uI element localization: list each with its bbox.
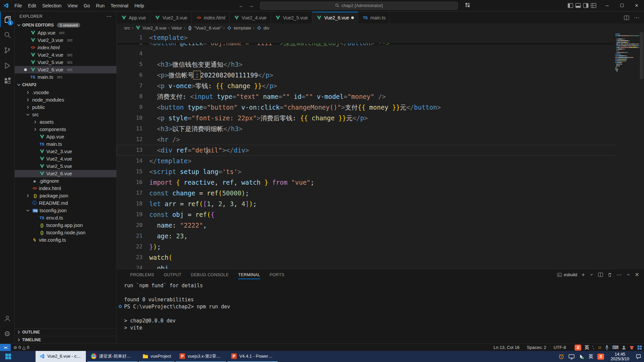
code-line-11[interactable]: 11 <h3>以下是消费明细帐</h3>: [117, 123, 644, 134]
code-line-1[interactable]: 1<template>: [117, 32, 614, 43]
code-line-3[interactable]: 3<button @click="obj.name = '1111'">深度wa…: [117, 43, 644, 48]
tree-item-tsconfig.json[interactable]: TStsconfig.json: [15, 207, 116, 214]
activity-run-debug[interactable]: [0, 58, 15, 73]
menu-help[interactable]: Help: [131, 0, 147, 11]
tab-main.ts[interactable]: TSmain.ts: [358, 12, 390, 23]
code-line-18[interactable]: 18let arr = ref([1, 2, 3, 4]);: [117, 198, 644, 209]
remote-indicator[interactable]: ><: [0, 344, 11, 351]
customize-layout-icon[interactable]: [591, 3, 596, 8]
command-decoration-icon[interactable]: [119, 305, 122, 308]
split-terminal-icon[interactable]: [598, 272, 603, 277]
ime-punctuation-icon[interactable]: ’,: [592, 345, 594, 350]
taskbar-app-chrome[interactable]: 课堂派-简单好用的...: [87, 351, 138, 362]
status-spaces-2[interactable]: Spaces: 2: [527, 345, 546, 350]
back-icon[interactable]: ←: [238, 3, 244, 9]
code-line-20[interactable]: 20 name: "2222",: [117, 220, 644, 231]
code-line-21[interactable]: 21 age: 23,: [117, 231, 644, 241]
maximize-button[interactable]: ☐: [614, 0, 629, 11]
menu-view[interactable]: View: [64, 0, 80, 11]
editor-more-icon[interactable]: ⋯: [634, 14, 639, 21]
tree-item-index.html[interactable]: <>index.html: [15, 185, 116, 192]
activity-source-control[interactable]: [0, 43, 15, 58]
tree-item-env.d.ts[interactable]: TSenv.d.ts: [15, 214, 116, 222]
code-line-8[interactable]: 8 消费支付: <input type="text" name="" id=""…: [117, 91, 644, 102]
menu-selection[interactable]: Selection: [39, 0, 65, 11]
skin-icon[interactable]: [629, 345, 634, 350]
terminal-output[interactable]: run `npm fund` for details found 0 vulne…: [117, 280, 644, 353]
code-line-7[interactable]: 7 <p v-once>零钱: {{ change }}</p>: [117, 80, 644, 91]
person-icon[interactable]: [622, 345, 626, 350]
toolbox-grid-icon[interactable]: [637, 345, 642, 350]
taskbar-app-ppt[interactable]: Pvuejs3.x-第2章Vue...: [176, 351, 226, 362]
explorer-more-icon[interactable]: ⋯: [107, 13, 112, 19]
menu-edit[interactable]: Edit: [25, 0, 39, 11]
open-editors-header[interactable]: OPEN EDITORS 1 unsaved: [15, 21, 116, 29]
keyboard-icon[interactable]: ⌨: [612, 345, 619, 350]
tab-Vue2_4.vue[interactable]: Vue2_4.vue: [229, 12, 271, 23]
problems-status[interactable]: ⊘ 0 △ 0: [11, 345, 32, 350]
panel-tab-output[interactable]: OUTPUT: [164, 269, 181, 280]
tree-item-Vue2_6.vue[interactable]: Vue2_6.vue: [15, 170, 116, 177]
open-editor-Vue2_4.vue[interactable]: Vue2_4.vuesrc: [15, 51, 116, 59]
forward-icon[interactable]: →: [249, 3, 254, 9]
timeline-section[interactable]: TIMELINE: [15, 336, 116, 344]
new-terminal-icon[interactable]: +: [582, 272, 585, 278]
code-line-23[interactable]: 23watch(: [117, 252, 644, 263]
editor-scrollbar[interactable]: [639, 32, 644, 269]
panel-tab-terminal[interactable]: TERMINAL: [238, 269, 260, 280]
code-line-15[interactable]: 15<script setup lang='ts'>: [117, 166, 644, 177]
tree-item-.vscode[interactable]: .vscode: [15, 89, 116, 96]
breadcrumb-template[interactable]: template: [226, 25, 251, 31]
toggle-sidebar-icon[interactable]: [568, 3, 573, 8]
code-line-14[interactable]: 14</template>: [117, 156, 644, 166]
tree-item-vite.config.ts[interactable]: ϟvite.config.ts: [15, 236, 116, 244]
layout-grid-icon[interactable]: [463, 3, 473, 9]
code-line-24[interactable]: 24 obj: [117, 263, 644, 269]
code-line-4[interactable]: 4: [117, 48, 644, 59]
display-icon[interactable]: [569, 354, 575, 359]
command-center-search[interactable]: chap2 [Administrator]: [260, 2, 458, 10]
maximize-panel-icon[interactable]: [626, 273, 631, 277]
code-line-6[interactable]: 6 <p>微信帐号：202208200111199</p>: [117, 70, 644, 80]
tree-item-main.ts[interactable]: TSmain.ts: [15, 140, 116, 148]
minimap[interactable]: [615, 32, 639, 269]
terminal-instance-esbuild[interactable]: esbuild: [557, 273, 577, 277]
panel-more-icon[interactable]: ⋯: [616, 272, 622, 278]
mouse-cursor-icon[interactable]: [579, 354, 584, 359]
panel-tab-debug-console[interactable]: DEBUG CONSOLE: [191, 269, 229, 280]
breadcrumb-Vue26vue[interactable]: {}"Vue2_6.vue": [187, 25, 221, 31]
status-utf-8[interactable]: UTF-8: [554, 345, 566, 350]
tree-item-Vue2_5.vue[interactable]: Vue2_5.vue: [15, 163, 116, 170]
open-editor-index.html[interactable]: <>index.html: [15, 44, 116, 51]
activity-extensions[interactable]: [0, 73, 15, 89]
code-line-9[interactable]: 9 <button type="button" v-on:click="chan…: [117, 102, 644, 113]
tab-App.vue[interactable]: App.vue: [117, 12, 150, 23]
tree-item-Vue2_4.vue[interactable]: Vue2_4.vue: [15, 155, 116, 163]
breadcrumb-src[interactable]: src: [124, 25, 130, 31]
folder-header-chap2[interactable]: CHAP2: [15, 81, 116, 89]
activity-explorer[interactable]: 1: [0, 12, 15, 27]
code-line-10[interactable]: 10 <p style="font-size: 22px">消费后零钱: {{ …: [117, 113, 644, 123]
tree-item-node_modules[interactable]: node_modules: [15, 96, 116, 104]
tree-item-public[interactable]: public: [15, 104, 116, 111]
emoji-icon[interactable]: ☺: [597, 345, 602, 350]
terminal-dropdown-icon[interactable]: [589, 273, 594, 277]
tab-index.html[interactable]: <>index.html: [192, 12, 230, 23]
toggle-panel-icon[interactable]: [575, 3, 581, 8]
open-editor-main.ts[interactable]: TSmain.tssrc: [15, 73, 116, 81]
tab-Vue2_5.vue[interactable]: Vue2_5.vue: [271, 12, 312, 23]
menu-run[interactable]: Run: [93, 0, 108, 11]
mic-icon[interactable]: [605, 345, 609, 350]
open-editor-Vue2_6.vue[interactable]: Vue2_6.vuesrc: [15, 66, 116, 73]
code-line-5[interactable]: 5 <h3>微信钱包变更通知</h3>: [117, 59, 644, 70]
tree-item-App.vue[interactable]: App.vue: [15, 133, 116, 140]
tree-item-assets[interactable]: assets: [15, 118, 116, 126]
code-line-16[interactable]: 16import { reactive, ref, watch } from "…: [117, 177, 644, 188]
tree-item-src[interactable]: src: [15, 111, 116, 118]
tree-item-tsconfig.app.json[interactable]: {}tsconfig.app.json: [15, 222, 116, 229]
action-center-icon[interactable]: [636, 354, 641, 359]
open-editor-Vue2_3.vue[interactable]: Vue2_3.vuesrc: [15, 37, 116, 44]
tree-item-components[interactable]: components: [15, 126, 116, 133]
taskbar-app-ppt[interactable]: PV4.4.1 - PowerPoi...: [227, 351, 278, 362]
tab-Vue2_6.vue[interactable]: Vue2_6.vue: [312, 12, 358, 23]
